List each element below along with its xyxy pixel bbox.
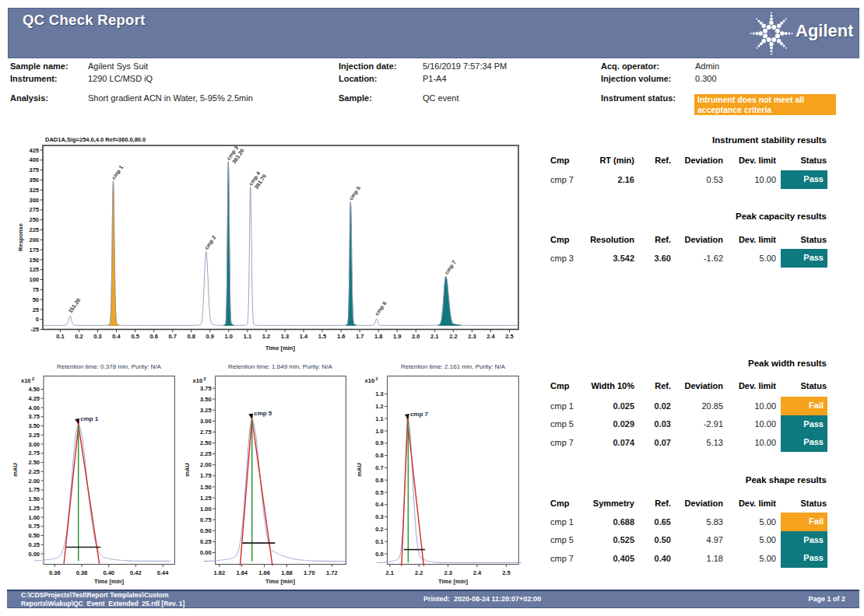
svg-text:2.4: 2.4 [473,569,482,576]
svg-text:2.5: 2.5 [502,569,510,576]
svg-text:Retention time: 0.378 min, Pur: Retention time: 0.378 min, Purity: N/A [57,363,162,370]
svg-text:0.9: 0.9 [375,439,383,446]
svg-text:2.3: 2.3 [468,333,476,340]
svg-text:1.66: 1.66 [258,569,270,576]
svg-text:1.68: 1.68 [281,569,293,576]
svg-text:0.5: 0.5 [375,489,383,496]
svg-text:0: 0 [36,316,39,323]
svg-text:2.50: 2.50 [28,459,40,466]
svg-text:Retention time: 1.649 min, Pur: Retention time: 1.649 min, Purity: N/A [228,363,333,370]
svg-text:2.1: 2.1 [386,569,394,576]
svg-text:mAU: mAU [356,463,363,477]
svg-text:0.25: 0.25 [200,538,212,545]
svg-text:0.00: 0.00 [200,549,212,556]
svg-text:0.00: 0.00 [28,551,40,558]
svg-text:250: 250 [29,216,39,223]
svg-text:2.4: 2.4 [486,333,495,340]
svg-text:2.50: 2.50 [200,439,212,446]
svg-text:2.25: 2.25 [200,450,212,457]
svg-text:1.2: 1.2 [262,333,270,340]
svg-text:2.75: 2.75 [200,429,212,436]
svg-text:-25: -25 [30,326,39,333]
svg-text:0.0: 0.0 [375,551,383,558]
svg-text:1.8: 1.8 [374,333,382,340]
svg-text:1.2: 1.2 [375,403,383,410]
svg-text:2.75: 2.75 [28,450,40,457]
svg-text:2: 2 [376,376,378,381]
svg-text:1.50: 1.50 [200,484,212,491]
svg-text:2: 2 [32,376,34,381]
svg-text:2.1: 2.1 [430,333,438,340]
svg-text:2.3: 2.3 [444,569,451,576]
svg-text:3.25: 3.25 [28,432,40,439]
svg-text:3.00: 3.00 [28,441,40,448]
svg-text:0.50: 0.50 [28,532,40,539]
svg-text:375: 375 [29,166,39,173]
svg-text:4.50: 4.50 [28,386,40,393]
svg-text:125: 125 [29,266,39,273]
svg-text:0.2: 0.2 [375,526,383,533]
svg-text:1.4: 1.4 [300,333,308,340]
svg-text:1.1: 1.1 [375,415,383,422]
svg-text:1.0: 1.0 [225,333,233,340]
svg-text:2: 2 [204,376,206,381]
svg-text:75: 75 [33,286,39,293]
svg-text:Time [min]: Time [min] [265,345,295,352]
svg-text:1.50: 1.50 [28,495,40,502]
svg-text:0.9: 0.9 [206,333,214,340]
svg-text:0.25: 0.25 [28,541,40,548]
svg-text:1.6: 1.6 [337,333,345,340]
svg-text:0.7: 0.7 [168,333,176,340]
svg-text:0.75: 0.75 [200,516,212,523]
svg-text:mAU: mAU [12,463,19,477]
svg-text:3.75: 3.75 [200,385,212,392]
svg-text:25: 25 [33,306,39,313]
svg-text:2.25: 2.25 [28,468,40,475]
svg-text:1.25: 1.25 [200,495,212,502]
svg-text:cmp 7: cmp 7 [410,411,429,418]
svg-text:0.2: 0.2 [75,333,83,340]
svg-text:2.2: 2.2 [449,333,457,340]
svg-text:225: 225 [29,226,39,233]
svg-text:175: 175 [29,247,39,254]
svg-text:2.5: 2.5 [505,333,513,340]
svg-text:3.50: 3.50 [200,396,212,403]
svg-text:Retention time: 2.161 min, Pur: Retention time: 2.161 min, Purity: N/A [401,363,506,370]
svg-text:2.00: 2.00 [200,461,212,468]
svg-text:2.00: 2.00 [28,478,40,485]
svg-text:200: 200 [29,236,39,243]
svg-text:400: 400 [29,156,39,163]
svg-text:3.25: 3.25 [200,407,212,414]
svg-text:300: 300 [29,197,39,204]
svg-text:3.00: 3.00 [200,418,212,425]
svg-text:3.75: 3.75 [28,413,40,420]
svg-text:0.5: 0.5 [131,333,139,340]
svg-text:0.38: 0.38 [76,569,88,576]
svg-text:1.3: 1.3 [375,390,383,397]
svg-text:3.50: 3.50 [28,422,40,429]
svg-text:1.1: 1.1 [244,333,251,340]
svg-text:325: 325 [29,187,39,194]
svg-text:0.8: 0.8 [187,333,195,340]
svg-text:0.1: 0.1 [375,538,383,545]
svg-text:mAU: mAU [184,463,191,477]
svg-text:2.2: 2.2 [415,569,423,576]
svg-text:0.75: 0.75 [28,523,40,530]
svg-text:1.70: 1.70 [304,569,315,576]
svg-text:1.9: 1.9 [393,333,401,340]
svg-text:1.3: 1.3 [281,333,289,340]
svg-text:0.7: 0.7 [375,464,383,471]
svg-text:1.75: 1.75 [200,472,212,479]
svg-text:1.25: 1.25 [28,505,40,512]
svg-text:0.50: 0.50 [200,527,212,534]
svg-text:0.44: 0.44 [157,569,169,576]
svg-text:4.00: 4.00 [28,404,40,411]
svg-text:DAD1A,Sig=254.0,4.0 Ref=360.0: DAD1A,Sig=254.0,4.0 Ref=360.0,80.0 [45,136,146,143]
svg-text:0.40: 0.40 [103,569,114,576]
svg-text:0.8: 0.8 [375,452,383,459]
svg-text:cmp 5: cmp 5 [254,410,272,417]
svg-text:1.00: 1.00 [200,506,212,513]
svg-text:cmp 1: cmp 1 [80,415,99,422]
svg-text:0.36: 0.36 [49,569,61,576]
svg-text:1.62: 1.62 [213,569,225,576]
